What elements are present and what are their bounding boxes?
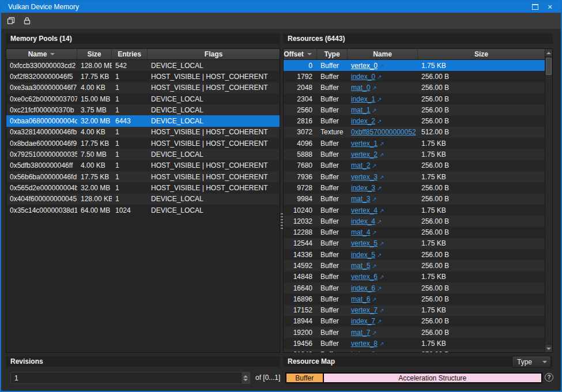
maximize-icon (532, 4, 538, 10)
scrollbar-thumb[interactable] (546, 58, 552, 75)
memory-pool-row[interactable]: 0xbaa068000000004d32.00 MB6443DEVICE_LOC… (6, 115, 280, 126)
resource-link[interactable]: index_4 (351, 217, 375, 225)
memory-pool-row[interactable]: 0xfccb330000003cd2128.00 MB542DEVICE_LOC… (6, 60, 280, 71)
resource-row[interactable]: 9984Buffermat_3↗256.00 B (284, 194, 545, 205)
resource-row[interactable]: 17152Buffervertex_7↗1.75 KB (284, 305, 545, 316)
close-button[interactable]: ✕ (546, 3, 554, 11)
resource-link[interactable]: mat_2 (351, 161, 370, 169)
resource-row[interactable]: 19200Buffermat_7↗256.00 B (284, 327, 545, 338)
resource-row[interactable]: 0Buffervertex_0↗1.75 KB (284, 60, 545, 71)
resource-link[interactable]: index_7 (351, 317, 375, 325)
resource-row[interactable]: 18944Bufferindex_7↗256.00 B (284, 316, 545, 327)
resource-link[interactable]: index_8 (351, 350, 375, 352)
help-button[interactable]: ? (545, 373, 553, 382)
resource-link[interactable]: 0xbff8570000000052 (351, 128, 416, 136)
resource-link[interactable]: mat_0 (351, 84, 370, 92)
resource-link[interactable]: mat_6 (351, 295, 370, 303)
resource-link[interactable]: vertex_4 (351, 206, 378, 214)
resource-row[interactable]: 10240Buffervertex_4↗1.75 KB (284, 205, 545, 216)
help-icon: ? (547, 374, 550, 380)
resource-link[interactable]: mat_1 (351, 106, 370, 114)
resource-link[interactable]: index_6 (351, 284, 375, 292)
lock-button[interactable] (20, 14, 34, 28)
resource-row[interactable]: 3072Texture0xbff8570000000052↗512.00 B (284, 127, 545, 138)
memory-pool-row[interactable]: 0x56b6ba00000046fd17.75 KB1HOST_VISIBLE … (6, 171, 280, 182)
resource-link[interactable]: vertex_7 (351, 306, 378, 314)
column-header-size[interactable]: Size (418, 49, 545, 59)
memory-pool-row[interactable]: 0x565d2e000000004b32.00 MB1HOST_VISIBLE … (6, 182, 280, 193)
external-link-icon: ↗ (379, 240, 384, 247)
scroll-down-button[interactable] (545, 344, 552, 352)
resource-link[interactable]: index_2 (351, 117, 375, 125)
map-segment-buffer[interactable]: Buffer (286, 374, 324, 382)
column-header-entries[interactable]: Entries (112, 49, 148, 59)
resource-link[interactable]: vertex_6 (351, 273, 378, 281)
resource-row[interactable]: 14848Buffervertex_6↗1.75 KB (284, 272, 545, 282)
resource-row[interactable]: 12544Buffervertex_5↗1.75 KB (284, 238, 545, 249)
resource-row[interactable]: 16896Buffermat_6↗256.00 B (284, 293, 545, 304)
resources-scrollbar[interactable] (545, 49, 552, 352)
resource-row[interactable]: 7680Buffermat_2↗256.00 B (284, 160, 545, 171)
column-header-name[interactable]: Name (348, 49, 418, 59)
memory-pool-row[interactable]: 0x35c14c00000038d164.00 MB1024DEVICE_LOC… (6, 205, 280, 216)
column-header-type[interactable]: Type (317, 49, 348, 59)
column-header-flags[interactable]: Flags (148, 49, 280, 59)
resource-link[interactable]: index_3 (351, 184, 375, 192)
spinner-buttons[interactable] (241, 372, 250, 383)
resource-link[interactable]: mat_5 (351, 262, 370, 270)
resource-link[interactable]: mat_4 (351, 228, 370, 236)
column-header-offset[interactable]: Offset (284, 49, 317, 59)
resource-link[interactable]: vertex_5 (351, 239, 378, 247)
resource-row[interactable]: 9728Bufferindex_3↗256.00 B (284, 182, 545, 193)
resource-row[interactable]: 12288Buffermat_4↗256.00 B (284, 227, 545, 238)
resource-row[interactable]: 4096Buffervertex_1↗1.75 KB (284, 138, 545, 149)
resources-header-row: Offset Type Name Size (284, 49, 545, 60)
memory-pool-row[interactable]: 0xe3aa3000000046f74.00 KB1HOST_VISIBLE |… (6, 82, 280, 93)
resource-link[interactable]: vertex_0 (351, 62, 378, 70)
column-header-size[interactable]: Size (77, 49, 112, 59)
scroll-up-button[interactable] (545, 49, 552, 57)
memory-pool-row[interactable]: 0xc21fcf000000370b3.75 MB1DEVICE_LOCAL (6, 104, 280, 115)
resource-link[interactable]: index_0 (351, 73, 375, 81)
external-link-icon: ↗ (372, 296, 376, 303)
map-segment-acceleration-structure[interactable]: Acceleration Structure (324, 374, 541, 382)
resource-row[interactable]: 2048Buffermat_0↗256.00 B (284, 82, 545, 93)
resource-row[interactable]: 21248Bufferindex_8↗256.00 B (284, 349, 545, 352)
memory-pool-row[interactable]: 0x5dfb3800000046ff4.00 KB1HOST_VISIBLE |… (6, 160, 280, 171)
memory-pool-row[interactable]: 0x79251000000000357.50 MB1DEVICE_LOCAL (6, 149, 280, 160)
copy-button[interactable] (4, 14, 18, 28)
resource-link[interactable]: vertex_2 (351, 150, 378, 159)
memory-pools-table: Name Size Entries Flags 0xfccb330000003c… (6, 48, 280, 353)
resource-link[interactable]: vertex_8 (351, 340, 378, 348)
memory-pool-row[interactable]: 0xa3281400000046fb4.00 KB1HOST_VISIBLE |… (6, 127, 280, 138)
revision-spinbox[interactable]: 1 (10, 372, 250, 384)
resource-map-type-dropdown[interactable]: Type (512, 356, 551, 368)
memory-pool-row[interactable]: 0xe0c62b000000370715.00 MB1DEVICE_LOCAL (6, 93, 280, 104)
resource-row[interactable]: 7936Buffervertex_3↗1.75 KB (284, 171, 545, 182)
resource-link[interactable]: vertex_3 (351, 173, 378, 181)
resource-link[interactable]: index_5 (351, 251, 375, 259)
resource-link[interactable]: vertex_1 (351, 140, 378, 148)
resource-row[interactable]: 16640Bufferindex_6↗256.00 B (284, 282, 545, 293)
resource-row[interactable]: 2304Bufferindex_1↗256.00 B (284, 93, 545, 104)
resource-row[interactable]: 12032Bufferindex_4↗256.00 B (284, 216, 545, 227)
memory-pool-row[interactable]: 0x404f600000000045128.00 KB1DEVICE_LOCAL (6, 194, 280, 205)
resource-row[interactable]: 19456Buffervertex_8↗1.75 KB (284, 338, 545, 349)
memory-pool-row[interactable]: 0xf2f83200000046f517.75 KB1HOST_VISIBLE … (6, 71, 280, 82)
resource-row[interactable]: 1792Bufferindex_0↗256.00 B (284, 71, 545, 82)
resource-link[interactable]: mat_7 (351, 329, 370, 337)
resources-body: 0Buffervertex_0↗1.75 KB1792Bufferindex_0… (284, 60, 545, 352)
maximize-button[interactable] (531, 3, 539, 11)
resource-row[interactable]: 2816Bufferindex_2↗256.00 B (284, 115, 545, 126)
memory-pool-row[interactable]: 0x8bdae600000046f917.75 KB1HOST_VISIBLE … (6, 138, 280, 149)
titlebar[interactable]: Vulkan Device Memory ✕ (1, 1, 561, 13)
revision-value[interactable]: 1 (11, 372, 241, 383)
scroll-down-icon (546, 348, 551, 350)
resource-link[interactable]: mat_3 (351, 195, 370, 203)
resource-link[interactable]: index_1 (351, 95, 375, 103)
resource-row[interactable]: 14592Buffermat_5↗256.00 B (284, 260, 545, 271)
resource-row[interactable]: 5888Buffervertex_2↗1.75 KB (284, 149, 545, 160)
column-header-name[interactable]: Name (6, 49, 77, 59)
resource-row[interactable]: 2560Buffermat_1↗256.00 B (284, 104, 545, 115)
resource-row[interactable]: 14336Bufferindex_5↗256.00 B (284, 249, 545, 260)
